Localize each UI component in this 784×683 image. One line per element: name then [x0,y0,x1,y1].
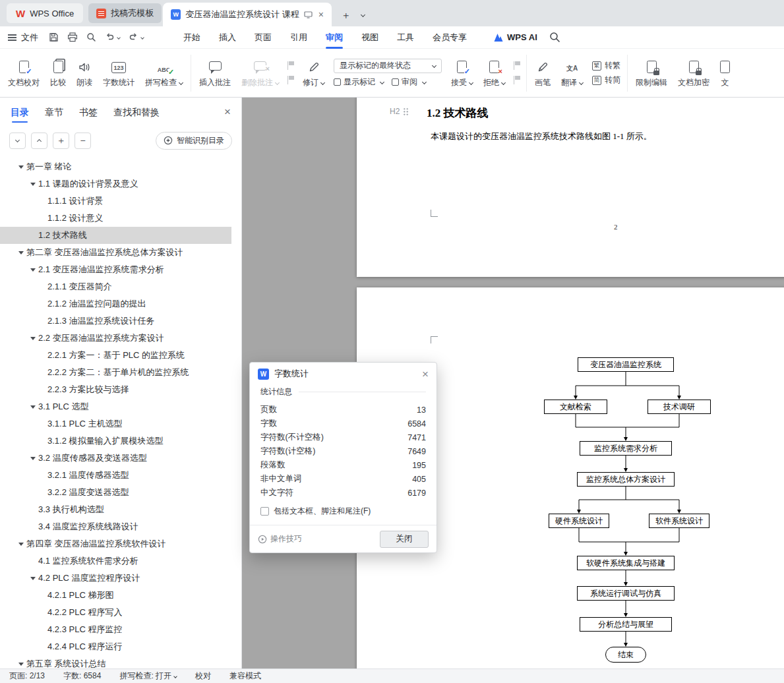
menu-tab[interactable]: 插入 [210,26,245,49]
toc-item[interactable]: 2.1.2 油温监控问题的提出 [0,295,231,312]
heading-level-marker[interactable]: H2 [390,107,409,116]
toc-item[interactable]: 1.1.1 设计背景 [0,193,231,210]
previous-comment-icon[interactable] [287,61,294,70]
toc-item[interactable]: 第五章 系统设计总结 [0,655,231,668]
menu-tab[interactable]: 开始 [174,26,210,49]
toc-item[interactable]: 2.2.1 方案一：基于 PLC 的监控系统 [0,347,231,364]
previous-revision-icon[interactable] [514,61,520,70]
drag-handle-icon[interactable] [403,107,409,116]
close-tab-icon[interactable]: × [318,9,324,20]
toc-item[interactable]: 3.4 温度监控系统线路设计 [0,518,231,535]
markup-state-select[interactable]: 显示标记的最终状态 [334,59,442,73]
panel-tab[interactable]: 书签 [79,98,98,127]
collapse-chevron-icon[interactable] [17,251,25,254]
print-button[interactable] [67,32,78,42]
restrict-editing-button[interactable]: 限制编辑 [630,52,673,94]
collapse-chevron-icon[interactable] [29,337,37,340]
toc-item[interactable]: 3.2.2 温度变送器选型 [0,484,231,501]
close-button[interactable]: 关闭 [380,531,429,548]
undo-button[interactable] [105,33,120,42]
encrypt-document-button[interactable]: 文档加密 [673,52,715,94]
word-count-button[interactable]: 123 字数统计 [98,52,140,94]
toc-item[interactable]: 4.2.2 PLC 程序写入 [0,604,231,621]
menu-tab[interactable]: 会员专享 [423,26,476,49]
spell-check-button[interactable]: ABC✓ 拼写检查 [140,52,188,94]
menu-tab[interactable]: 工具 [388,26,423,49]
toc-item[interactable]: 4.1 监控系统软件需求分析 [0,552,231,570]
smart-toc-button[interactable]: 智能识别目录 [156,132,232,150]
accept-revision-button[interactable]: ✓ 接受 [446,52,478,94]
menu-tab[interactable]: 页面 [245,26,281,49]
toc-item[interactable]: 2.1.1 变压器简介 [0,278,231,295]
to-simplified-button[interactable]: 简转简 [592,74,620,86]
review-pane-button[interactable]: 审阅 [392,76,426,88]
toc-item[interactable]: 4.2 PLC 温度监控程序设计 [0,570,231,587]
print-preview-button[interactable] [86,32,96,42]
toc-item[interactable]: 第四章 变压器油温监控系统软件设计 [0,535,231,552]
menu-tab[interactable]: 审阅 [317,26,352,49]
toc-item[interactable]: 1.1.2 设计意义 [0,210,231,227]
compare-button[interactable]: 比较 [45,52,71,94]
tab-list-icon[interactable] [361,13,365,17]
toc-item[interactable]: 3.3 执行机构选型 [0,501,231,518]
to-traditional-button[interactable]: 繁转繁 [592,60,620,71]
toc-item[interactable]: 2.2 变压器油温监控系统方案设计 [0,330,231,347]
toc-item[interactable]: 4.2.3 PLC 程序监控 [0,621,231,638]
reject-revision-button[interactable]: × 拒绝 [478,52,510,94]
checkbox-icon[interactable] [260,507,269,516]
collapse-all-button[interactable]: − [75,133,91,149]
status-compat-mode[interactable]: 兼容模式 [229,670,261,682]
toc-item[interactable]: 3.1.2 模拟量输入扩展模块选型 [0,432,231,450]
status-proofing[interactable]: 校对 [195,670,211,682]
dialog-close-icon[interactable]: × [422,369,429,380]
new-tab-icon[interactable]: ＋ [341,10,351,20]
insert-comment-button[interactable]: 插入批注 [194,52,236,94]
menu-tab[interactable]: 视图 [352,26,388,49]
track-changes-button[interactable]: 修订 [297,52,330,94]
show-markup-button[interactable]: 显示标记 [334,76,384,88]
toc-item[interactable]: 2.2.2 方案二：基于单片机的监控系统 [0,364,231,381]
tab-template-store[interactable]: 找稿壳模板 [88,3,162,23]
next-comment-icon[interactable] [287,76,294,84]
menu-tab[interactable]: 引用 [281,26,317,49]
toc-item[interactable]: 3.1.1 PLC 主机选型 [0,415,231,432]
panel-tab[interactable]: 查找和替换 [113,98,160,127]
collapse-chevron-icon[interactable] [29,577,37,580]
dialog-titlebar[interactable]: W 字数统计 × [250,363,437,385]
collapse-chevron-icon[interactable] [17,165,25,169]
toc-item[interactable]: 2.1 变压器油温监控系统需求分析 [0,261,231,278]
save-button[interactable] [49,32,59,42]
toc-item[interactable]: 3.2 温度传感器及变送器选型 [0,450,231,467]
delete-comment-button[interactable]: × 删除批注 [236,52,284,94]
toc-item[interactable]: 3.1 PLC 选型 [0,398,231,415]
toc-item[interactable]: 2.2.3 方案比较与选择 [0,381,231,398]
search-icon[interactable] [549,32,560,43]
read-aloud-button[interactable]: 朗读 [71,52,98,94]
toc-item[interactable]: 1.2 技术路线 [0,227,231,244]
toc-item[interactable]: 1.1 课题的设计背景及意义 [0,175,231,193]
redo-button[interactable] [129,33,144,42]
panel-tab[interactable]: 目录 [11,98,29,127]
tab-wps-home[interactable]: W WPS Office [7,3,83,23]
collapse-chevron-icon[interactable] [29,405,37,409]
file-menu-button[interactable]: 文件 [8,32,38,44]
wps-ai-button[interactable]: WPS AI [493,32,537,42]
status-page-indicator[interactable]: 页面: 2/13 [9,670,45,682]
expand-all-button[interactable]: ＋ [53,133,69,149]
tips-link[interactable]: 操作技巧 [258,533,302,545]
clipped-ribbon-button[interactable]: 文 [715,52,735,94]
toc-item[interactable]: 4.2.4 PLC 程序运行 [0,638,231,655]
jump-up-button[interactable] [31,133,47,149]
doc-proofing-button[interactable]: ✓ 文档校对 [3,52,45,94]
tab-current-document[interactable]: W 变压器油温监控系统设计 课程 × [163,3,332,26]
toc-item[interactable]: 2.1.3 油温监控系统设计任务 [0,312,231,330]
collapse-chevron-icon[interactable] [29,183,37,186]
next-revision-icon[interactable] [514,76,520,84]
toc-item[interactable]: 4.2.1 PLC 梯形图 [0,587,231,604]
toc-item[interactable]: 第一章 绪论 [0,158,231,175]
toc-item[interactable]: 3.2.1 温度传感器选型 [0,467,231,484]
collapse-chevron-icon[interactable] [29,268,37,272]
close-panel-icon[interactable]: × [224,105,231,119]
status-word-count[interactable]: 字数: 6584 [63,670,101,682]
ink-pen-button[interactable]: 画笔 [529,52,556,94]
